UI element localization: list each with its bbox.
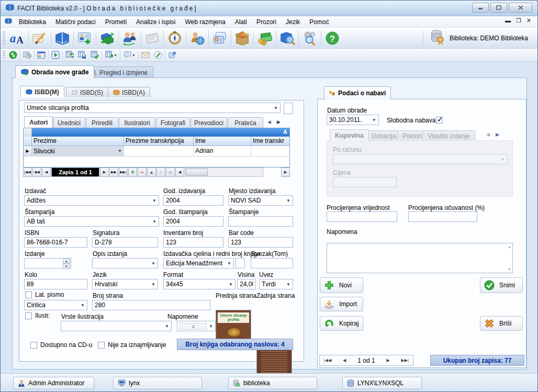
mjesto-izdavanja-combo[interactable]: NOVI SAD▼: [228, 195, 293, 206]
mdi-restore-icon[interactable]: ❐: [516, 17, 521, 24]
menu-biblioteka[interactable]: Biblioteka: [14, 17, 51, 27]
stamparija-combo[interactable]: AB taš▼: [24, 216, 159, 227]
lat-pismo-checkbox[interactable]: [25, 292, 32, 298]
nije-za-iznajmljivanje-checkbox-row[interactable]: Nije za iznajmljivanje: [98, 341, 166, 349]
members-button[interactable]: [119, 29, 140, 48]
menu-maticni-podaci[interactable]: Matični podaci: [51, 17, 100, 27]
menu-pomoc[interactable]: Pomoć: [305, 17, 333, 27]
menu-web-razmjena[interactable]: Web razmjena: [180, 17, 230, 27]
status-user-button[interactable]: Admin Administrator: [13, 377, 94, 389]
signatura-input[interactable]: [92, 237, 158, 248]
title-combo[interactable]: Umeće sticanja profita ▼: [24, 103, 281, 113]
spin-up-icon[interactable]: ▲: [63, 259, 70, 264]
tab-urednici[interactable]: Urednici: [53, 117, 85, 128]
tab-ilustratori[interactable]: Ilustratori: [119, 117, 155, 128]
col-prezime[interactable]: Prezime: [32, 137, 124, 146]
finance-button[interactable]: [254, 29, 275, 48]
col-ime-transkr[interactable]: Ime transkr: [251, 137, 289, 146]
grid-hscrollbar[interactable]: [185, 167, 263, 177]
run-button[interactable]: [49, 50, 62, 61]
kolo-input[interactable]: [24, 279, 87, 289]
visina-input[interactable]: [237, 279, 256, 289]
dropdown-caret-icon[interactable]: ▾: [132, 53, 134, 58]
izdavac-combo[interactable]: Adižes▼: [24, 195, 159, 206]
newspaper-button[interactable]: [142, 29, 163, 48]
procijenjena-vrijednost-input[interactable]: [327, 211, 397, 222]
advanced-settings-button[interactable]: [299, 29, 320, 48]
tab-isbd-m[interactable]: ISBD(M): [20, 86, 64, 97]
dostupno-cd-checkbox-row[interactable]: Dostupno na CD-u: [30, 341, 92, 349]
pager-last-icon[interactable]: ▶▶|: [401, 358, 409, 363]
dropdown-arrow-icon[interactable]: ▼: [227, 261, 231, 266]
jezik-combo[interactable]: Hrvatski▼: [92, 279, 158, 289]
tab-isbd-a[interactable]: ISBD(A): [108, 87, 150, 97]
dropdown-arrow-icon[interactable]: ▼: [151, 282, 155, 287]
link-button[interactable]: [166, 50, 178, 61]
ilustr-checkbox[interactable]: [25, 312, 32, 319]
dropdown-caret-icon[interactable]: ▾: [114, 53, 116, 58]
tab-scroll-right-icon[interactable]: ▶: [277, 119, 281, 125]
prev-page-button[interactable]: ◀◀: [32, 167, 41, 177]
first-record-button[interactable]: |◀◀: [23, 167, 32, 177]
izdanje-spinner[interactable]: ▲▼: [24, 258, 71, 268]
tab-pregled-i-izmjene[interactable]: Pregled i izmjene: [84, 66, 153, 78]
status-server-button[interactable]: LYNX\LYNXSQL: [342, 377, 422, 389]
dropdown-arrow-icon[interactable]: ▼: [274, 106, 278, 110]
catalog-cards-button[interactable]: [209, 29, 230, 48]
dropdown-arrow-icon[interactable]: ▼: [81, 303, 85, 308]
scroll-left-button[interactable]: ◀: [175, 167, 184, 177]
grid-confirm-button[interactable]: [88, 50, 101, 61]
menu-alati[interactable]: Alati: [230, 17, 252, 27]
next-record-button[interactable]: ▶: [100, 167, 109, 177]
napomene-combo[interactable]: a ▼: [177, 321, 216, 331]
dropdown-arrow-icon[interactable]: ▼: [152, 219, 156, 224]
title-lookup-button[interactable]: [284, 103, 293, 114]
user-sessions-button[interactable]: [187, 29, 208, 48]
kopiraj-button[interactable]: Kopiraj: [320, 316, 363, 331]
scroll-right-button[interactable]: ▶: [281, 167, 290, 177]
slobodna-nabava-checkbox[interactable]: [436, 117, 443, 124]
uvez-combo[interactable]: Tvrdi▼: [259, 279, 293, 289]
import-button[interactable]: Import: [320, 297, 363, 311]
tab-scroll-left-icon[interactable]: ◀: [486, 132, 490, 137]
inventory-button[interactable]: [232, 29, 253, 48]
cell-ime[interactable]: Adrian: [194, 146, 251, 156]
datum-obrade-combo[interactable]: 30.10.2011.▼: [327, 115, 379, 125]
procijenjena-ocuvanost-input[interactable]: [408, 211, 477, 222]
post-edit-button[interactable]: ✓: [156, 167, 165, 177]
tab-scroll-left-icon[interactable]: ◀: [267, 119, 271, 125]
tab-isbd-s[interactable]: ISBD(S): [66, 87, 108, 97]
lat-pismo-checkbox-row[interactable]: Lat. pismo: [25, 291, 64, 298]
ilustr-checkbox-row[interactable]: Ilustr.: [25, 312, 50, 319]
scrollbar-thumb[interactable]: [186, 169, 208, 176]
add-member-button[interactable]: [74, 29, 95, 48]
fonts-button[interactable]: aA: [7, 29, 28, 48]
dropdown-arrow-icon[interactable]: ▼: [118, 149, 122, 153]
dropdown-arrow-icon[interactable]: ▼: [286, 198, 290, 203]
minimize-button[interactable]: [472, 3, 489, 13]
close-button[interactable]: [509, 3, 532, 13]
redni-broj-input[interactable]: [236, 258, 245, 268]
tab-prevodioci[interactable]: Prevodioci: [190, 117, 227, 128]
novi-button[interactable]: Novi: [320, 277, 363, 293]
tab-prateca[interactable]: Prateća: [228, 117, 263, 128]
circulation-button[interactable]: [97, 29, 118, 48]
cell-ime-transkr[interactable]: [251, 146, 289, 156]
dropdown-arrow-icon[interactable]: ▼: [372, 118, 376, 122]
col-prezime-transkripcija[interactable]: Prezime transkripcija: [124, 137, 194, 146]
dropdown-arrow-icon[interactable]: ▼: [151, 261, 155, 266]
authors-grid[interactable]: A Prezime Prezime transkripcija Ime Ime …: [23, 128, 290, 167]
status-host-button[interactable]: lynx: [113, 377, 202, 389]
cancel-edit-button[interactable]: ✕: [166, 167, 175, 177]
broj-strana-input[interactable]: [92, 300, 210, 310]
dropdown-arrow-icon[interactable]: ▼: [152, 198, 156, 203]
grid-export-button[interactable]: ▾: [103, 50, 119, 61]
edit-note-button[interactable]: [152, 50, 164, 61]
spin-down-icon[interactable]: ▼: [63, 264, 70, 269]
tab-fotografi[interactable]: Fotografi: [156, 117, 190, 128]
status-database-button[interactable]: biblioteka: [228, 377, 317, 389]
inscription-button[interactable]: [29, 29, 50, 48]
toolbar-grip[interactable]: [3, 51, 5, 59]
tab-donacija[interactable]: Donacija: [366, 130, 401, 141]
panel-view-button[interactable]: [35, 50, 48, 61]
